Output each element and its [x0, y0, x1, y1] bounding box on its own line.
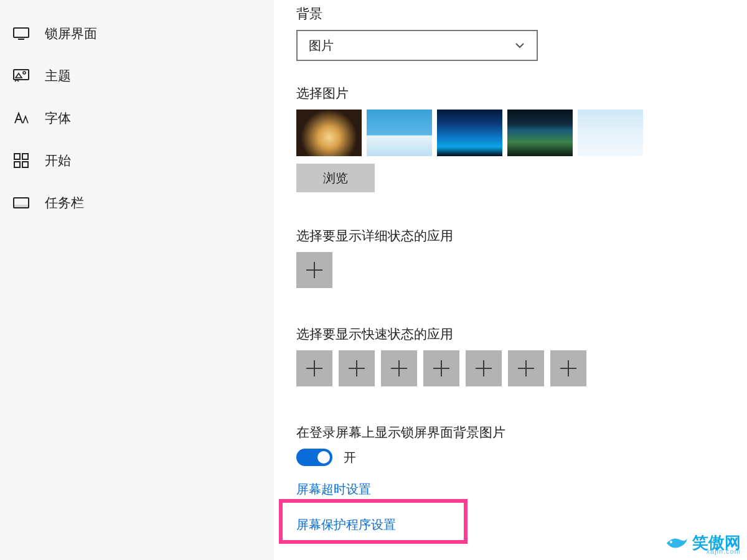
svg-rect-4: [14, 154, 20, 159]
background-select-value: 图片: [309, 37, 334, 54]
background-label: 背景: [296, 5, 747, 22]
watermark: 笑傲网 xajin.com: [664, 532, 741, 554]
picture-thumb[interactable]: [507, 110, 573, 156]
sidebar-item-label: 字体: [45, 110, 71, 127]
add-quick-app-button[interactable]: [381, 350, 417, 386]
sidebar-item-lockscreen[interactable]: 锁屏界面: [0, 12, 274, 55]
add-quick-app-button[interactable]: [296, 350, 332, 386]
svg-rect-1: [18, 39, 24, 40]
svg-rect-9: [14, 205, 29, 208]
sidebar-item-themes[interactable]: 主题: [0, 55, 274, 97]
svg-rect-0: [14, 28, 29, 37]
show-bg-on-signin-label: 在登录屏幕上显示锁屏界面背景图片: [296, 424, 747, 441]
detail-status-label: 选择要显示详细状态的应用: [296, 227, 747, 245]
picture-thumbnails: [296, 110, 747, 156]
toggle-state-label: 开: [344, 449, 356, 466]
watermark-sub: xajin.com: [707, 548, 741, 555]
sidebar-item-fonts[interactable]: 字体: [0, 97, 274, 139]
svg-point-3: [23, 72, 26, 74]
lockscreen-icon: [12, 25, 30, 42]
main-content: 背景 图片 选择图片 浏览 选择要显示详细状态的应用 选择要显示快速状态的应用 …: [274, 0, 747, 560]
sidebar-item-label: 任务栏: [45, 194, 84, 212]
themes-icon: [12, 67, 30, 85]
picture-thumb[interactable]: [296, 110, 362, 156]
picture-thumb[interactable]: [578, 110, 643, 156]
background-select[interactable]: 图片: [296, 30, 538, 61]
add-quick-app-button[interactable]: [339, 350, 375, 386]
app-root: 锁屏界面 主题 字体 开始 任务栏 背景: [0, 0, 747, 560]
sidebar-item-start[interactable]: 开始: [0, 139, 274, 182]
picture-thumb[interactable]: [437, 110, 502, 156]
svg-rect-7: [22, 162, 28, 167]
sidebar-item-label: 锁屏界面: [45, 25, 97, 42]
toggle-knob: [317, 451, 330, 464]
fonts-icon: [12, 110, 30, 127]
chevron-down-icon: [514, 40, 525, 51]
taskbar-icon: [12, 194, 30, 212]
show-bg-toggle[interactable]: [296, 449, 332, 466]
add-quick-app-button[interactable]: [466, 350, 502, 386]
quick-status-label: 选择要显示快速状态的应用: [296, 325, 747, 343]
sidebar: 锁屏界面 主题 字体 开始 任务栏: [0, 0, 274, 560]
sidebar-item-label: 主题: [45, 67, 71, 85]
add-quick-app-button[interactable]: [508, 350, 544, 386]
add-detail-app-button[interactable]: [296, 252, 332, 288]
start-icon: [12, 152, 30, 169]
svg-rect-5: [22, 154, 28, 159]
add-quick-app-button[interactable]: [550, 350, 586, 386]
picture-thumb[interactable]: [367, 110, 432, 156]
svg-point-10: [670, 541, 672, 543]
sidebar-item-label: 开始: [45, 152, 71, 169]
browse-button[interactable]: 浏览: [296, 164, 375, 192]
add-quick-app-button[interactable]: [423, 350, 459, 386]
detail-status-row: [296, 252, 747, 288]
sidebar-item-taskbar[interactable]: 任务栏: [0, 182, 274, 224]
watermark-fish-icon: [664, 534, 688, 553]
choose-picture-label: 选择图片: [296, 85, 747, 102]
screen-timeout-link[interactable]: 屏幕超时设置: [296, 481, 371, 498]
screensaver-settings-link[interactable]: 屏幕保护程序设置: [296, 516, 396, 533]
quick-status-row: [296, 350, 747, 386]
svg-rect-6: [14, 162, 20, 167]
